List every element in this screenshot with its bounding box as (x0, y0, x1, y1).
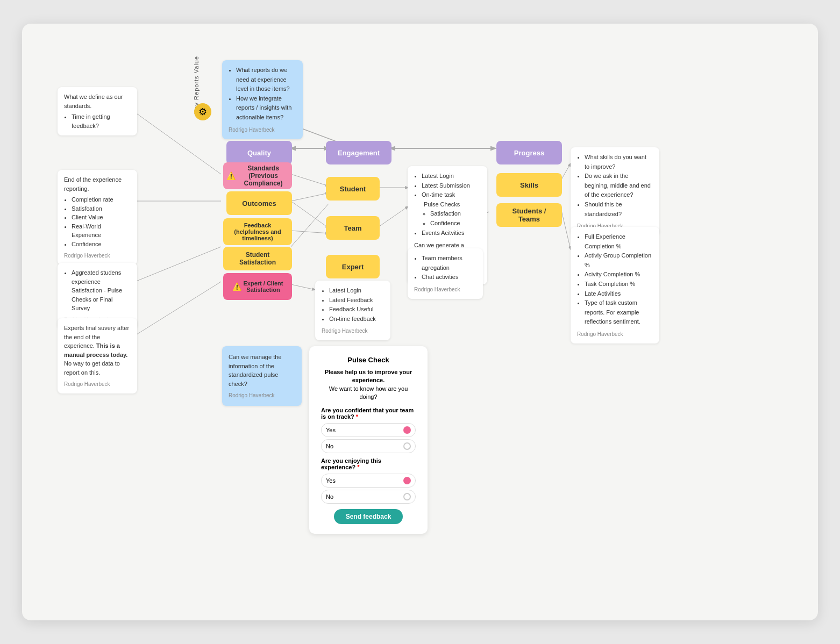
expert-client-box: ⚠️ Expert / ClientSatisfaction (223, 273, 292, 300)
svg-line-8 (135, 282, 221, 335)
quality-box: Quality (226, 141, 292, 164)
send-feedback-button[interactable]: Send feedback (334, 509, 403, 524)
note-end-experience: End of the experience reporting. Complet… (58, 170, 137, 265)
note-standards: What we define as our standards. Time in… (58, 87, 137, 135)
pulse-q1-no[interactable]: No (321, 439, 416, 453)
feedback-box: Feedback (helpfulness and timeliness) (223, 218, 292, 245)
note-end-author: Rodrigo Haverbeck (64, 252, 131, 260)
top-blue-bullet-1: What reports do we need at experience le… (236, 66, 296, 94)
team-detail-note: Team members agregation Chat activities … (408, 248, 483, 299)
note-standards-bullet: Time in getting feedback? (72, 112, 131, 130)
pulse-check-panel: Pulse Check Please help us to improve yo… (309, 346, 428, 534)
svg-line-5 (135, 112, 221, 174)
standards-label: Standards(Previous Compliance) (238, 164, 289, 187)
completion-note-author: Rodrigo Haverbeck (577, 330, 653, 338)
radio-q1-yes[interactable] (403, 426, 411, 434)
pulse-q1-yes[interactable]: Yes (321, 423, 416, 437)
bottom-blue-author: Rodrigo Haverbeck (229, 391, 295, 399)
login-detail-author: Rodrigo Haverbeck (322, 327, 384, 335)
student-box: Student (326, 177, 380, 201)
pulse-q2: Are you enjoying this experience? * (321, 457, 416, 470)
svg-line-13 (291, 204, 329, 247)
pulse-check-title: Pulse Check (321, 356, 416, 364)
svg-line-16 (377, 206, 408, 228)
skills-box: Skills (496, 173, 562, 197)
note-standards-text: What we define as our standards. (64, 92, 131, 110)
top-blue-note: What reports do we need at experience le… (222, 60, 303, 139)
outcomes-box: Outcomes (226, 191, 292, 215)
svg-line-9 (291, 174, 329, 186)
top-blue-note-author: Rodrigo Haverbeck (229, 126, 296, 134)
team-box: Team (326, 216, 380, 240)
bottom-blue-text: Can we manage the information of the sta… (229, 353, 295, 388)
standards-box: ⚠️ Standards(Previous Compliance) (223, 162, 292, 189)
radio-q2-yes[interactable] (403, 477, 411, 484)
svg-line-7 (135, 247, 221, 282)
note-experts: Experts final suvery after the end of th… (58, 318, 137, 393)
completion-note: Full Experience Completion % Activiy Gro… (571, 227, 659, 344)
svg-line-12 (291, 231, 329, 233)
radio-q1-no[interactable] (403, 442, 411, 450)
team-detail-author: Rodrigo Haverbeck (414, 285, 476, 294)
note-end-text: End of the experience reporting. (64, 175, 131, 193)
note-experts-text: Experts final suvery after the end of th… (64, 324, 131, 377)
engagement-box: Engagement (326, 141, 391, 164)
pulse-q2-yes[interactable]: Yes (321, 474, 416, 488)
svg-line-14 (291, 284, 315, 290)
skills-note: What skills do you want to improve? Do w… (571, 147, 659, 235)
progress-box: Progress (496, 141, 562, 164)
svg-line-11 (291, 201, 329, 228)
radio-q2-no[interactable] (403, 493, 411, 500)
main-canvas: Key Reports Value ⚙ What reports do we n… (22, 24, 818, 620)
bottom-blue-note: Can we manage the information of the sta… (222, 346, 302, 406)
login-detail-note: Latest Login Latest Feedback Feedback Us… (315, 281, 390, 340)
pulse-check-subtitle: Please help us to improve your experienc… (321, 368, 416, 402)
expert-box: Expert (326, 255, 380, 278)
note-experts-author: Rodrigo Haverbeck (64, 380, 131, 388)
svg-line-10 (291, 193, 329, 201)
gear-icon: ⚙ (194, 103, 211, 120)
pulse-q2-no[interactable]: No (321, 490, 416, 504)
pulse-q1: Are you confident that your team is on t… (321, 407, 416, 420)
top-blue-bullet-2: How we integrate reports / insights with… (236, 94, 296, 123)
student-satisfaction-box: Student Satisfaction (223, 247, 292, 270)
students-teams-box: Students / Teams (496, 203, 562, 227)
